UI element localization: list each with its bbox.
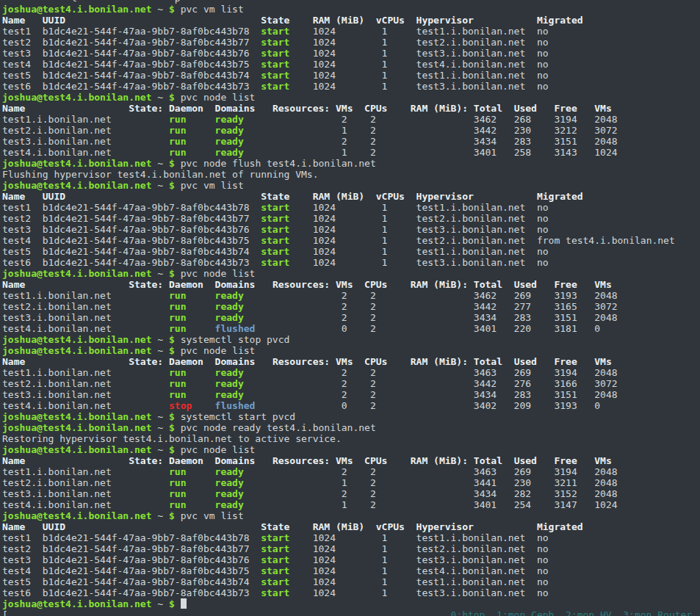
tmux-status-bar: [ 0:htop 1:mon Ceph 2:mon HV 3:mon Route… <box>2 609 700 616</box>
vm-name-cell: test2 <box>2 213 31 224</box>
vm-ram-cell: 1024 <box>289 576 336 587</box>
column-header: RAM (MiB): <box>387 455 468 466</box>
prompt-user-host: joshua@test4.i.bonilan.net <box>2 345 152 356</box>
vm-state-cell: start <box>250 246 290 257</box>
vm-migrated-cell: no <box>525 26 548 37</box>
column-header: Used <box>502 103 537 114</box>
prompt-line: joshua@test4.i.bonilan.net ~ $ pvc vm li… <box>2 180 700 191</box>
vm-hypervisor-cell: test1.i.bonilan.net <box>387 202 525 213</box>
command-text: pvc node list <box>181 268 256 279</box>
vm-state-cell: start <box>250 48 290 59</box>
node-domains-cell: ready <box>186 378 243 389</box>
node-cpus-cell: 2 <box>347 389 376 400</box>
node-ram-free-cell: 3193 <box>531 400 577 411</box>
command-text: pvc vm list <box>181 180 244 191</box>
vm-hypervisor-cell: test3.i.bonilan.net <box>387 257 525 268</box>
prompt-line: joshua@test4.i.bonilan.net ~ $ pvc vm li… <box>2 510 700 521</box>
column-header: UUID <box>25 521 65 532</box>
vm-state-cell: start <box>250 543 290 554</box>
node-ram-free-cell: 3166 <box>531 378 577 389</box>
prompt-symbol: $ <box>169 422 181 433</box>
prompt-tilde: ~ <box>152 4 169 15</box>
command-text: pvc node list <box>181 444 256 455</box>
node-vms-cell: 2 <box>244 312 347 323</box>
column-header: vCPUs <box>364 191 405 202</box>
vm-table-row: test1 b1dc4e21-544f-47aa-9bb7-8af0bc443b… <box>2 532 700 543</box>
terminal-screen[interactable]: l pjoshua@test4.i.bonilan.net ~ $ pvc vm… <box>0 0 700 616</box>
node-ram-free-cell: 3151 <box>531 136 577 147</box>
vm-migrated-cell: no <box>525 70 548 81</box>
vm-name-cell: test5 <box>2 576 31 587</box>
vm-state-cell: start <box>250 554 290 565</box>
prompt-symbol: $ <box>169 510 181 521</box>
vm-ram-cell: 1024 <box>289 532 336 543</box>
node-table-row: test3.i.bonilan.net run ready 2 2 3434 2… <box>2 488 700 499</box>
node-table-row: test1.i.bonilan.net run ready 2 2 3463 2… <box>2 466 700 477</box>
node-vms-cell: 2 <box>244 466 347 477</box>
vm-migrated-cell: no <box>525 532 548 543</box>
node-ram-free-cell: 3143 <box>531 147 577 158</box>
vm-vcpus-cell: 1 <box>336 532 387 543</box>
vm-ram-cell: 1024 <box>289 224 336 235</box>
prompt-line: joshua@test4.i.bonilan.net ~ $ pvc node … <box>2 345 700 356</box>
vm-migrated-cell: no <box>525 213 548 224</box>
vm-uuid-cell: b1dc4e21-544f-47aa-9bb7-8af0bc443b76 <box>31 554 249 565</box>
vm-table-row: test2 b1dc4e21-544f-47aa-9bb7-8af0bc443b… <box>2 213 700 224</box>
column-header: Hypervisor <box>405 521 474 532</box>
vm-table-row: test1 b1dc4e21-544f-47aa-9bb7-8af0bc443b… <box>2 202 700 213</box>
vm-ram-cell: 1024 <box>289 202 336 213</box>
node-ram-free-cell: 3193 <box>531 290 577 301</box>
node-ram-used-cell: 254 <box>497 499 531 510</box>
node-table-row: test3.i.bonilan.net run ready 2 2 3434 2… <box>2 312 700 323</box>
vm-hypervisor-cell: test1.i.bonilan.net <box>387 70 525 81</box>
command-text: systemctl stop pvcd <box>181 334 290 345</box>
node-vm-ram-cell: 2048 <box>577 389 618 400</box>
column-header: Resources: <box>255 103 330 114</box>
vm-table-row: test2 b1dc4e21-544f-47aa-9bb7-8af0bc443b… <box>2 37 700 48</box>
vm-hypervisor-cell: test2.i.bonilan.net <box>387 37 525 48</box>
node-ram-used-cell: 258 <box>497 147 531 158</box>
vm-uuid-cell: b1dc4e21-544f-47aa-9bb7-8af0bc443b73 <box>31 81 249 92</box>
prompt-user-host: joshua@test4.i.bonilan.net <box>2 268 152 279</box>
node-daemon-cell: run <box>112 147 187 158</box>
node-domains-cell: ready <box>186 114 243 125</box>
node-ram-used-cell: 220 <box>497 323 531 334</box>
column-header: Hypervisor <box>405 15 474 26</box>
node-ram-total-cell: 3462 <box>376 114 497 125</box>
node-cpus-cell: 2 <box>347 488 376 499</box>
node-ram-free-cell: 3194 <box>531 114 577 125</box>
node-domains-cell: ready <box>186 488 243 499</box>
node-ram-free-cell: 3151 <box>531 389 577 400</box>
vm-table-row: test4 b1dc4e21-544f-47aa-9bb7-8af0bc443b… <box>2 565 700 576</box>
vm-hypervisor-cell: test2.i.bonilan.net <box>387 235 525 246</box>
column-header: VMs <box>330 279 353 290</box>
prompt-line: joshua@test4.i.bonilan.net ~ $ pvc node … <box>2 268 700 279</box>
vm-name-cell: test4 <box>2 59 31 70</box>
prompt-user-host: joshua@test4.i.bonilan.net <box>2 158 152 169</box>
column-header: Used <box>502 455 537 466</box>
prompt-tilde: ~ <box>152 92 169 103</box>
vm-ram-cell: 1024 <box>289 59 336 70</box>
text-segment: l <box>2 0 77 4</box>
node-domains-cell: ready <box>186 312 243 323</box>
column-header: State: <box>25 455 163 466</box>
column-header: VMs <box>577 356 612 367</box>
column-header: Daemon <box>163 356 203 367</box>
node-ram-used-cell: 230 <box>497 477 531 488</box>
vm-name-cell: test6 <box>2 81 31 92</box>
node-vm-ram-cell: 2048 <box>577 136 618 147</box>
vm-uuid-cell: b1dc4e21-544f-47aa-9bb7-8af0bc443b78 <box>31 26 249 37</box>
vm-vcpus-cell: 1 <box>336 543 387 554</box>
column-header: Daemon <box>163 279 203 290</box>
node-ram-used-cell: 283 <box>497 389 531 400</box>
vm-vcpus-cell: 1 <box>336 246 387 257</box>
vm-table-row: test1 b1dc4e21-544f-47aa-9bb7-8af0bc443b… <box>2 26 700 37</box>
prompt-user-host: joshua@test4.i.bonilan.net <box>2 444 152 455</box>
node-vms-cell: 2 <box>244 367 347 378</box>
table-header-row: Name State: Daemon Domains Resources: VM… <box>2 279 700 290</box>
vm-hypervisor-cell: test3.i.bonilan.net <box>387 554 525 565</box>
column-header: Migrated <box>474 521 583 532</box>
node-ram-free-cell: 3165 <box>531 301 577 312</box>
vm-name-cell: test3 <box>2 224 31 235</box>
prompt-tilde: ~ <box>152 268 169 279</box>
